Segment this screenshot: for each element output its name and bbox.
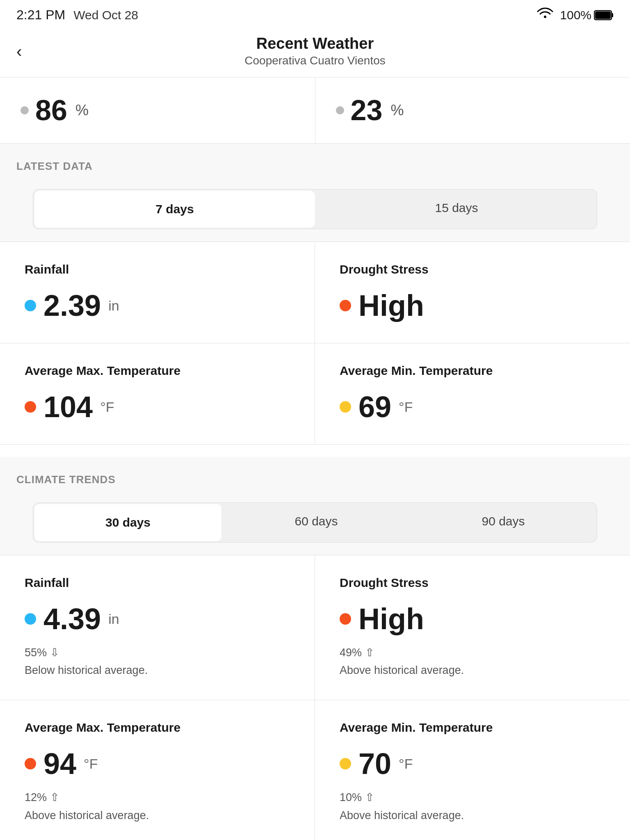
summary-left-value: 86 — [35, 94, 67, 127]
summary-right-unit: % — [390, 102, 404, 119]
climate-maxtemp-unit: °F — [84, 756, 98, 772]
climate-trends-tabs-wrapper: 30 days 60 days 90 days — [0, 494, 630, 555]
latest-drought-cell: Drought Stress High — [315, 242, 630, 343]
climate-mintemp-trend-pct: 10% — [340, 791, 362, 803]
climate-rainfall-value: 4.39 in — [25, 602, 290, 636]
climate-maxtemp-dot — [25, 758, 36, 769]
latest-data-section: LATEST DATA 7 days 15 days — [0, 144, 630, 242]
wifi-icon — [537, 7, 553, 23]
latest-mintemp-label: Average Min. Temperature — [340, 364, 605, 378]
climate-rainfall-trend-desc: Below historical average. — [25, 664, 148, 676]
summary-left-unit: % — [75, 102, 89, 119]
climate-mintemp-dot — [340, 758, 351, 769]
climate-mintemp-cell: Average Min. Temperature 70 °F 10% ⇧ Abo… — [315, 700, 630, 840]
climate-rainfall-trend-pct: 55% — [25, 646, 47, 659]
latest-maxtemp-cell: Average Max. Temperature 104 °F — [0, 343, 315, 445]
climate-rainfall-trend: 55% ⇩ Below historical average. — [25, 644, 290, 679]
latest-drought-text: High — [358, 289, 424, 322]
latest-rainfall-label: Rainfall — [25, 262, 290, 276]
climate-drought-trend-pct: 49% — [340, 646, 362, 659]
climate-mintemp-unit: °F — [399, 756, 413, 772]
climate-rainfall-unit: in — [108, 611, 119, 627]
climate-trends-label: CLIMATE TRENDS — [0, 457, 630, 494]
climate-mintemp-label: Average Min. Temperature — [340, 721, 605, 735]
latest-maxtemp-number: 104 — [43, 390, 93, 424]
page-title: Recent Weather — [244, 35, 385, 52]
latest-maxtemp-unit: °F — [100, 399, 114, 415]
climate-maxtemp-trend-desc: Above historical average. — [25, 809, 149, 822]
climate-trends-grid: Rainfall 4.39 in 55% ⇩ Below historical … — [0, 555, 630, 840]
latest-data-tabs-wrapper: 7 days 15 days — [0, 181, 630, 242]
climate-rainfall-dot — [25, 613, 36, 625]
status-date: Wed Oct 28 — [73, 8, 138, 22]
status-bar: 2:21 PM Wed Oct 28 100% — [0, 0, 630, 27]
tab-7days[interactable]: 7 days — [34, 191, 315, 228]
climate-rainfall-cell: Rainfall 4.39 in 55% ⇩ Below historical … — [0, 555, 315, 700]
status-time: 2:21 PM — [16, 7, 65, 23]
tab-90days[interactable]: 90 days — [410, 503, 597, 542]
latest-mintemp-unit: °F — [399, 399, 413, 415]
latest-rainfall-cell: Rainfall 2.39 in — [0, 242, 315, 343]
climate-maxtemp-trend-pct: 12% — [25, 791, 47, 803]
climate-drought-trend-desc: Above historical average. — [340, 664, 464, 676]
page-header: ‹ Recent Weather Cooperativa Cuatro Vien… — [0, 27, 630, 78]
latest-data-label: LATEST DATA — [0, 144, 630, 181]
latest-rainfall-value: 2.39 in — [25, 289, 290, 322]
latest-rainfall-unit: in — [108, 298, 119, 314]
status-icons: 100% — [537, 7, 614, 23]
summary-right-value: 23 — [351, 94, 383, 127]
climate-maxtemp-value: 94 °F — [25, 747, 290, 781]
latest-data-grid: Rainfall 2.39 in Drought Stress High Ave… — [0, 242, 630, 445]
climate-drought-text: High — [358, 602, 424, 636]
latest-maxtemp-value: 104 °F — [25, 390, 290, 424]
back-button[interactable]: ‹ — [16, 43, 22, 59]
summary-dot-right — [336, 106, 344, 114]
climate-drought-trend: 49% ⇧ Above historical average. — [340, 644, 605, 679]
latest-data-tabs: 7 days 15 days — [33, 189, 597, 229]
svg-rect-2 — [595, 11, 611, 19]
climate-drought-value: High — [340, 602, 605, 636]
latest-mintemp-dot — [340, 401, 351, 413]
climate-trends-section: CLIMATE TRENDS 30 days 60 days 90 days — [0, 457, 630, 555]
latest-maxtemp-label: Average Max. Temperature — [25, 364, 290, 378]
climate-mintemp-trend-arrow: ⇧ — [365, 791, 374, 803]
tab-30days[interactable]: 30 days — [34, 504, 221, 541]
tab-15days[interactable]: 15 days — [316, 189, 597, 229]
latest-drought-dot — [340, 300, 351, 311]
summary-right: 23 % — [315, 78, 630, 143]
climate-maxtemp-cell: Average Max. Temperature 94 °F 12% ⇧ Abo… — [0, 700, 315, 840]
climate-mintemp-value: 70 °F — [340, 747, 605, 781]
header-text: Recent Weather Cooperativa Cuatro Viento… — [244, 35, 385, 67]
latest-mintemp-number: 69 — [358, 390, 391, 424]
latest-mintemp-cell: Average Min. Temperature 69 °F — [315, 343, 630, 445]
latest-drought-label: Drought Stress — [340, 262, 605, 276]
summary-left: 86 % — [0, 78, 315, 143]
svg-rect-1 — [612, 13, 613, 17]
climate-rainfall-label: Rainfall — [25, 576, 290, 590]
climate-maxtemp-trend: 12% ⇧ Above historical average. — [25, 789, 290, 824]
tab-60days[interactable]: 60 days — [223, 503, 410, 542]
latest-rainfall-dot — [25, 300, 36, 311]
climate-mintemp-trend-desc: Above historical average. — [340, 809, 464, 822]
climate-drought-cell: Drought Stress High 49% ⇧ Above historic… — [315, 555, 630, 700]
climate-mintemp-number: 70 — [358, 747, 391, 781]
latest-mintemp-value: 69 °F — [340, 390, 605, 424]
page-subtitle: Cooperativa Cuatro Vientos — [244, 54, 385, 67]
latest-rainfall-number: 2.39 — [43, 289, 101, 322]
summary-dot-left — [21, 106, 29, 114]
climate-maxtemp-trend-arrow: ⇧ — [50, 791, 59, 803]
climate-maxtemp-number: 94 — [43, 747, 76, 781]
latest-drought-value: High — [340, 289, 605, 322]
climate-drought-trend-arrow: ⇧ — [365, 646, 374, 659]
summary-row: 86 % 23 % — [0, 78, 630, 144]
climate-mintemp-trend: 10% ⇧ Above historical average. — [340, 789, 605, 824]
latest-maxtemp-dot — [25, 401, 36, 413]
climate-rainfall-number: 4.39 — [43, 602, 101, 636]
battery-icon: 100% — [560, 8, 614, 22]
climate-rainfall-trend-arrow: ⇩ — [50, 646, 59, 659]
climate-drought-dot — [340, 613, 351, 625]
climate-drought-label: Drought Stress — [340, 576, 605, 590]
battery-pct: 100% — [560, 8, 591, 22]
climate-trends-tabs: 30 days 60 days 90 days — [33, 502, 597, 543]
climate-maxtemp-label: Average Max. Temperature — [25, 721, 290, 735]
